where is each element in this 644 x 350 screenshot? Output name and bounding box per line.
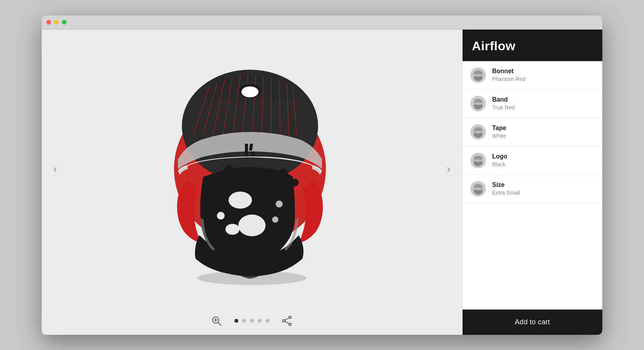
- helmet-image: [131, 48, 373, 290]
- dot-3[interactable]: [250, 319, 254, 323]
- svg-point-25: [229, 192, 252, 209]
- option-name-tape: Tape: [492, 124, 506, 132]
- maximize-dot[interactable]: [62, 20, 67, 25]
- add-to-cart-button[interactable]: Add to cart: [463, 310, 602, 335]
- option-name-size: Size: [492, 181, 520, 189]
- option-value-logo: Black: [492, 161, 507, 168]
- option-text-bonnet: BonnetPhantom Red: [492, 67, 526, 83]
- app-window: ‹: [42, 16, 602, 335]
- option-value-band: True Red: [492, 104, 515, 111]
- svg-line-38: [285, 318, 289, 320]
- zoom-icon[interactable]: [210, 315, 223, 327]
- option-row-band[interactable]: BandTrue Red: [463, 90, 602, 118]
- option-swatch-tape: [470, 124, 486, 140]
- option-name-bonnet: Bonnet: [492, 67, 526, 76]
- product-title: Airflow: [472, 39, 593, 53]
- viewer-controls: [42, 308, 462, 335]
- titlebar: [42, 16, 602, 30]
- carousel-dots: [234, 319, 269, 323]
- option-swatch-size: [470, 181, 486, 197]
- svg-point-30: [272, 216, 278, 223]
- option-swatch-logo: [470, 153, 486, 168]
- option-row-tape[interactable]: TapeWhite: [463, 118, 602, 146]
- dot-1[interactable]: [234, 319, 238, 323]
- product-panel: Airflow BonnetPhantom Red BandTrue Red T…: [462, 30, 602, 335]
- option-swatch-bonnet: [470, 67, 486, 83]
- dot-4[interactable]: [258, 319, 262, 323]
- option-row-bonnet[interactable]: BonnetPhantom Red: [463, 61, 602, 90]
- main-content: ‹: [42, 30, 602, 335]
- option-value-bonnet: Phantom Red: [492, 76, 526, 83]
- helmet-container: ‹: [42, 30, 462, 308]
- svg-line-32: [218, 322, 221, 325]
- options-list: BonnetPhantom Red BandTrue Red TapeWhite…: [463, 61, 602, 310]
- option-swatch-band: [470, 96, 486, 111]
- option-row-logo[interactable]: LogoBlack: [463, 146, 602, 175]
- panel-header: Airflow: [463, 30, 602, 61]
- prev-button[interactable]: ‹: [49, 159, 61, 179]
- option-text-band: BandTrue Red: [492, 96, 515, 111]
- svg-point-28: [217, 212, 225, 220]
- product-viewer: ‹: [42, 30, 462, 335]
- option-value-tape: White: [492, 132, 506, 139]
- option-text-logo: LogoBlack: [492, 153, 507, 168]
- svg-point-16: [241, 86, 259, 97]
- svg-point-27: [225, 224, 239, 235]
- svg-line-39: [285, 321, 289, 324]
- option-text-tape: TapeWhite: [492, 124, 506, 139]
- next-button[interactable]: ›: [443, 159, 454, 179]
- svg-point-29: [276, 201, 283, 208]
- option-value-size: Extra Small: [492, 189, 520, 196]
- option-name-band: Band: [492, 96, 515, 104]
- svg-point-37: [283, 320, 285, 322]
- svg-rect-17: [245, 144, 248, 158]
- svg-point-35: [289, 316, 291, 318]
- option-row-size[interactable]: SizeExtra Small: [463, 175, 602, 203]
- svg-point-26: [238, 215, 266, 236]
- option-name-logo: Logo: [492, 153, 507, 161]
- dot-2[interactable]: [242, 319, 246, 323]
- close-dot[interactable]: [46, 20, 51, 25]
- share-icon[interactable]: [281, 315, 294, 327]
- dot-5[interactable]: [266, 319, 269, 323]
- option-text-size: SizeExtra Small: [492, 181, 520, 196]
- svg-point-36: [289, 323, 291, 325]
- minimize-dot[interactable]: [54, 20, 59, 25]
- panel-footer: Add to cart: [463, 310, 602, 335]
